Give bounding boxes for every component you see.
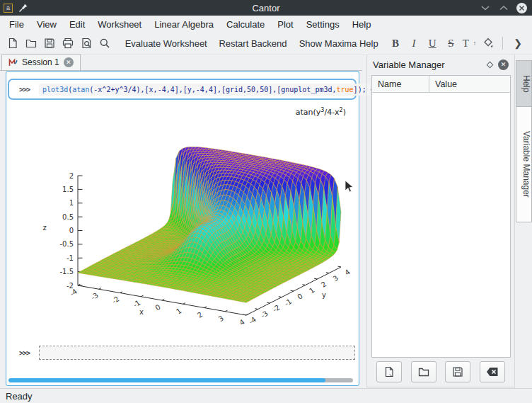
svg-text:4: 4 xyxy=(238,318,246,327)
svg-text:y: y xyxy=(322,291,326,299)
svg-text:3: 3 xyxy=(331,274,340,283)
svg-text:3: 3 xyxy=(216,314,225,324)
menu-worksheet[interactable]: Worksheet xyxy=(91,17,148,32)
restart-backend-button[interactable]: Restart Backend xyxy=(215,34,287,52)
menu-help[interactable]: Help xyxy=(346,17,378,32)
folder-icon xyxy=(418,366,429,378)
save-button[interactable] xyxy=(41,34,58,52)
text-color-button[interactable] xyxy=(480,34,497,52)
menu-linear-algebra[interactable]: Linear Algebra xyxy=(148,17,220,32)
clear-backspace-icon xyxy=(486,367,499,377)
bold-button[interactable]: B xyxy=(387,34,404,52)
tab-close-icon[interactable]: ✕ xyxy=(64,57,74,67)
variable-manager-toolbar xyxy=(367,361,514,382)
mouse-cursor xyxy=(345,180,354,193)
svg-text:-2: -2 xyxy=(271,303,281,314)
svg-text:2: 2 xyxy=(320,280,328,289)
new-variable-button[interactable] xyxy=(376,361,402,382)
menu-file[interactable]: File xyxy=(3,17,30,32)
svg-text:z: z xyxy=(42,224,46,232)
find-button[interactable] xyxy=(96,34,113,52)
new-worksheet-button[interactable] xyxy=(4,34,21,52)
svg-text:-4: -4 xyxy=(248,315,258,326)
printer-icon xyxy=(62,38,74,49)
superscript-button[interactable]: T↑ xyxy=(461,34,478,52)
svg-text:0.5: 0.5 xyxy=(62,213,74,221)
tab-session-1[interactable]: Session 1 ✕ xyxy=(1,54,81,70)
close-panel-icon[interactable]: ✕ xyxy=(498,59,509,70)
variable-manager-header: Variable Manager ✕ xyxy=(367,55,514,74)
svg-text:2: 2 xyxy=(196,310,204,319)
svg-text:0: 0 xyxy=(296,292,304,301)
worksheet-tabbar: Session 1 ✕ xyxy=(0,55,362,71)
show-maxima-help-button[interactable]: Show Maxima Help xyxy=(297,34,377,52)
svg-text:4: 4 xyxy=(343,268,352,277)
worksheet-view[interactable]: >>> plot3d(atan(-x^2+y^3/4),[x,-4,4],[y,… xyxy=(6,71,359,386)
svg-text:1.5: 1.5 xyxy=(62,186,74,193)
svg-text:0: 0 xyxy=(154,303,162,312)
document-preview-icon xyxy=(81,38,92,49)
open-button[interactable] xyxy=(23,34,40,52)
svg-text:x: x xyxy=(139,308,144,316)
evaluate-worksheet-button[interactable]: Evaluate Worksheet xyxy=(123,34,205,52)
progress-fill xyxy=(8,378,325,382)
plot3d-chart: -2-1.5-1-0.500.511.52-4-3-2-101234-4-3-2… xyxy=(6,100,359,348)
command-entry[interactable]: >>> plot3d(atan(-x^2+y^3/4),[x,-4,4],[y,… xyxy=(8,79,357,100)
command-input-placeholder[interactable] xyxy=(39,346,355,360)
plot-output: -2-1.5-1-0.500.511.52-4-3-2-101234-4-3-2… xyxy=(6,100,359,348)
session-progress-bar xyxy=(8,378,353,382)
svg-text:-0.5: -0.5 xyxy=(59,240,74,248)
side-tab-help[interactable]: Help xyxy=(516,60,532,107)
float-panel-icon[interactable] xyxy=(487,61,494,68)
menu-plot[interactable]: Plot xyxy=(271,17,299,32)
search-icon xyxy=(99,38,110,49)
svg-text:-1: -1 xyxy=(66,254,74,262)
svg-text:-3: -3 xyxy=(89,291,99,302)
strikethrough-button[interactable]: S xyxy=(442,34,459,52)
svg-text:2: 2 xyxy=(69,172,74,180)
maximize-button[interactable] xyxy=(498,2,509,13)
toolbar: Evaluate Worksheet Restart Backend Show … xyxy=(0,33,532,55)
close-button[interactable] xyxy=(516,3,527,13)
window-title: Cantor xyxy=(0,3,532,13)
toolbar-overflow-button[interactable]: ❯ xyxy=(508,38,528,49)
underline-button[interactable]: U xyxy=(424,34,441,52)
save-variables-button[interactable] xyxy=(445,361,470,382)
variable-manager-panel: Variable Manager ✕ Name Value xyxy=(366,55,514,387)
svg-text:1: 1 xyxy=(308,286,316,295)
variables-table[interactable]: Name Value xyxy=(371,75,511,358)
command-code[interactable]: plot3d(atan(-x^2+y^3/4),[x,-4,4],[y,-4,4… xyxy=(39,84,370,96)
column-name[interactable]: Name xyxy=(372,76,429,92)
svg-text:-1.5: -1.5 xyxy=(59,268,74,276)
menu-settings[interactable]: Settings xyxy=(300,17,346,32)
side-tab-variable-manager[interactable]: Variable Manager xyxy=(516,107,532,222)
column-value[interactable]: Value xyxy=(429,79,463,89)
new-document-icon xyxy=(383,366,395,378)
titlebar: a Cantor xyxy=(0,0,532,16)
print-button[interactable] xyxy=(59,34,76,52)
print-preview-button[interactable] xyxy=(78,34,95,52)
minimize-button[interactable] xyxy=(480,2,491,13)
main-area: Session 1 ✕ >>> plot3d(atan(-x^2+y^3/4),… xyxy=(0,55,532,388)
maxima-backend-icon xyxy=(8,58,18,67)
svg-text:1: 1 xyxy=(175,307,183,316)
menubar: File View Edit Worksheet Linear Algebra … xyxy=(0,16,532,33)
dock-tab-strip: Help Variable Manager xyxy=(514,55,532,388)
statusbar: Ready xyxy=(0,388,532,403)
folder-icon xyxy=(25,38,37,49)
prompt: >>> xyxy=(19,349,30,357)
empty-command-entry[interactable]: >>> xyxy=(8,344,357,361)
save-icon xyxy=(452,366,463,378)
clear-variables-button[interactable] xyxy=(480,361,505,382)
pin-icon[interactable] xyxy=(18,3,28,13)
svg-text:-2: -2 xyxy=(110,295,120,305)
menu-calculate[interactable]: Calculate xyxy=(220,17,271,32)
panel-title: Variable Manager xyxy=(373,59,482,70)
prompt: >>> xyxy=(19,86,30,93)
fill-color-icon xyxy=(482,38,494,49)
menu-view[interactable]: View xyxy=(30,17,63,32)
load-variables-button[interactable] xyxy=(411,361,436,382)
menu-edit[interactable]: Edit xyxy=(63,17,91,32)
svg-text:0: 0 xyxy=(69,227,74,234)
italic-button[interactable]: I xyxy=(405,34,422,52)
